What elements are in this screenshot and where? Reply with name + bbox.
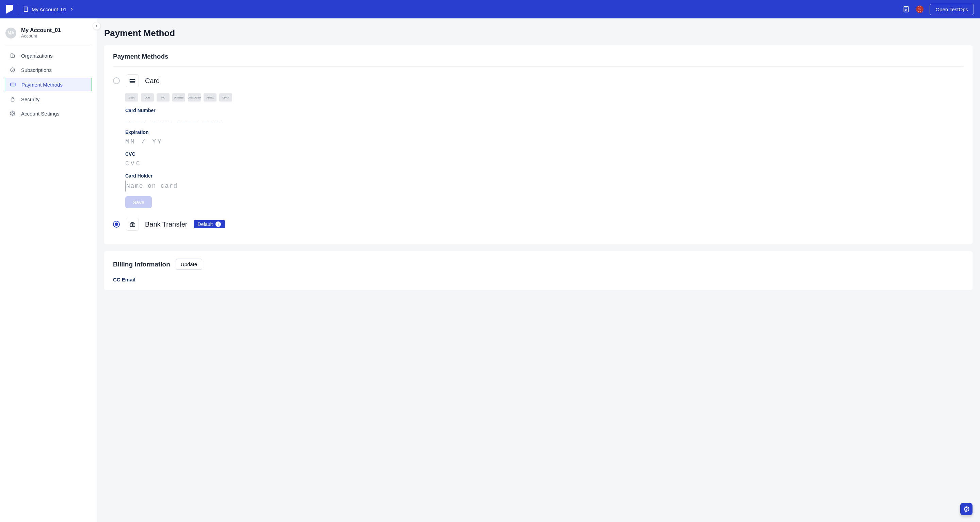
- mastercard-icon: MC: [157, 93, 170, 102]
- sidebar-item-organizations[interactable]: Organizations: [5, 49, 92, 62]
- save-button[interactable]: Save: [125, 196, 152, 208]
- cvc-label: CVC: [125, 151, 302, 157]
- account-subtitle: Account: [21, 34, 61, 38]
- sidebar-item-label: Account Settings: [21, 111, 60, 117]
- card-icon: [10, 81, 16, 88]
- sidebar-item-label: Organizations: [21, 53, 53, 59]
- cvc-input[interactable]: CVC: [125, 159, 302, 168]
- svg-rect-0: [24, 7, 28, 11]
- svg-rect-11: [11, 54, 13, 57]
- svg-rect-12: [13, 55, 14, 57]
- card-tile-icon: [126, 74, 139, 87]
- info-icon[interactable]: i: [215, 222, 221, 227]
- account-header: MA My Account_01 Account: [5, 26, 92, 45]
- building-icon: [23, 6, 29, 12]
- main-content: Payment Method Payment Methods Card VISA…: [97, 18, 980, 522]
- gear-icon: [10, 110, 16, 117]
- lock-icon: [10, 96, 16, 102]
- diners-icon: DINERS: [172, 93, 185, 102]
- sidebar-item-payment-methods[interactable]: Payment Methods: [5, 78, 92, 91]
- sidebar: MA My Account_01 Account Organizations S…: [0, 18, 97, 522]
- page-title: Payment Method: [104, 28, 972, 38]
- card-number-label: Card Number: [125, 108, 302, 113]
- card-holder-label: Card Holder: [125, 173, 302, 179]
- svg-point-24: [966, 511, 967, 511]
- bank-radio[interactable]: [113, 221, 120, 228]
- bank-tile-icon: [126, 218, 139, 231]
- open-testops-button[interactable]: Open TestOps: [930, 4, 974, 15]
- jcb-icon: JCB: [141, 93, 154, 102]
- discover-icon: DISCOVER: [188, 93, 201, 102]
- card-radio[interactable]: [113, 77, 120, 84]
- svg-rect-22: [134, 224, 134, 226]
- payment-methods-card: Payment Methods Card VISA JCB MC DINERS …: [104, 45, 972, 244]
- sidebar-item-security[interactable]: Security: [5, 93, 92, 105]
- expiration-input[interactable]: MM / YY: [125, 137, 302, 147]
- svg-rect-23: [130, 226, 135, 227]
- sidebar-item-label: Subscriptions: [21, 67, 52, 73]
- payment-method-card-row: Card: [113, 74, 964, 87]
- breadcrumb-text: My Account_01: [32, 6, 67, 12]
- notes-icon[interactable]: [902, 5, 910, 13]
- default-badge: Default i: [194, 220, 225, 228]
- card-holder-input[interactable]: [125, 180, 302, 192]
- billing-title: Billing Information: [113, 261, 170, 268]
- unionpay-icon: UPAY: [219, 93, 232, 102]
- sidebar-item-account-settings[interactable]: Account Settings: [5, 107, 92, 120]
- card-method-label: Card: [145, 77, 160, 85]
- sidebar-item-label: Payment Methods: [21, 82, 63, 88]
- avatar: MA: [5, 27, 16, 38]
- cc-email-label: CC Email: [113, 277, 964, 283]
- update-button[interactable]: Update: [176, 259, 202, 270]
- help-button[interactable]: [960, 503, 972, 515]
- chevron-right-icon: [70, 7, 74, 11]
- svg-rect-19: [130, 80, 135, 81]
- sidebar-item-label: Security: [21, 96, 40, 102]
- organizations-icon: [10, 53, 16, 59]
- globe-icon[interactable]: [916, 5, 923, 13]
- payment-method-bank-row: Bank Transfer Default i: [113, 218, 964, 231]
- billing-information-card: Billing Information Update CC Email: [104, 251, 972, 290]
- svg-point-17: [12, 113, 14, 115]
- card-brand-icons: VISA JCB MC DINERS DISCOVER AMEX UPAY: [125, 93, 964, 102]
- amex-icon: AMEX: [204, 93, 216, 102]
- topbar: My Account_01 Open TestOps: [0, 0, 980, 18]
- sidebar-item-subscriptions[interactable]: Subscriptions: [5, 63, 92, 76]
- card-number-input[interactable]: ____ ____ ____ ____: [125, 115, 302, 125]
- svg-rect-20: [131, 224, 131, 226]
- visa-icon: VISA: [125, 93, 138, 102]
- account-name: My Account_01: [21, 27, 61, 34]
- expiration-label: Expiration: [125, 129, 302, 135]
- app-logo: [6, 5, 13, 14]
- bank-method-label: Bank Transfer: [145, 220, 188, 228]
- svg-rect-14: [11, 83, 15, 86]
- svg-rect-21: [132, 224, 133, 226]
- section-title: Payment Methods: [113, 53, 964, 67]
- help-icon: [963, 506, 970, 512]
- breadcrumb[interactable]: My Account_01: [23, 6, 74, 12]
- svg-rect-16: [11, 99, 14, 101]
- check-circle-icon: [10, 67, 16, 73]
- default-badge-text: Default: [198, 222, 213, 227]
